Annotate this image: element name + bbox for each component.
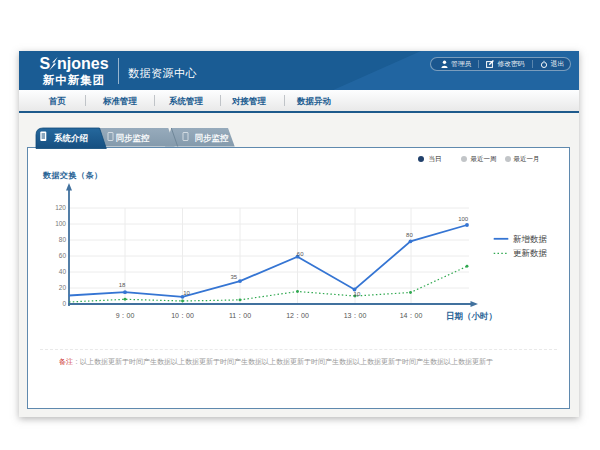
svg-text:9：00: 9：00 <box>116 312 135 319</box>
svg-text:20: 20 <box>59 284 67 291</box>
svg-text:100: 100 <box>55 220 66 227</box>
svg-text:12：00: 12：00 <box>286 312 309 319</box>
svg-text:11：00: 11：00 <box>229 312 251 319</box>
svg-text:新增数据: 新增数据 <box>513 233 548 243</box>
svg-text:10: 10 <box>354 290 361 296</box>
svg-text:10: 10 <box>183 289 190 295</box>
svg-text:13：00: 13：00 <box>344 312 367 319</box>
svg-text:18: 18 <box>119 282 126 288</box>
svg-text:60: 60 <box>59 252 67 259</box>
svg-text:同步监控: 同步监控 <box>116 133 151 143</box>
svg-text:0: 0 <box>62 300 66 307</box>
svg-text:35: 35 <box>230 273 237 279</box>
svg-text:系统介绍: 系统介绍 <box>53 133 89 143</box>
svg-text:14：00: 14：00 <box>400 312 423 319</box>
svg-text:80: 80 <box>406 232 413 238</box>
svg-text:40: 40 <box>59 268 67 275</box>
svg-text:80: 80 <box>59 236 67 243</box>
svg-text:100: 100 <box>458 215 469 221</box>
svg-text:120: 120 <box>55 204 66 211</box>
svg-text:10：00: 10：00 <box>171 312 194 319</box>
svg-text:日期（小时）: 日期（小时） <box>446 310 497 320</box>
svg-text:更新数据: 更新数据 <box>513 248 548 258</box>
svg-text:60: 60 <box>297 250 304 256</box>
svg-text:同步监控: 同步监控 <box>195 133 230 143</box>
